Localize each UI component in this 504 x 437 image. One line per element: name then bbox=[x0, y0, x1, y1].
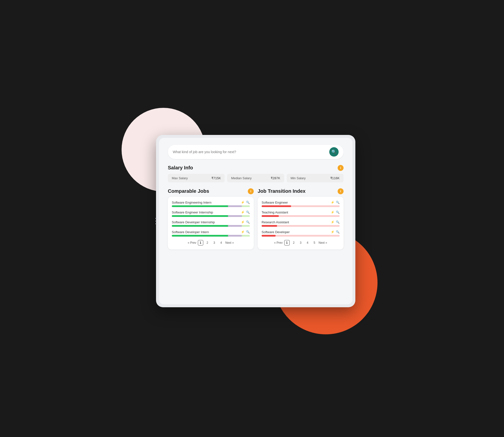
transition-pagination: « Prev 1 2 3 4 5 Next » bbox=[262, 240, 340, 245]
search-icon-2[interactable]: 🔍 bbox=[246, 220, 250, 224]
lightning-icon-3[interactable]: ⚡ bbox=[241, 230, 245, 234]
comparable-job-icons-3: ⚡ 🔍 bbox=[241, 230, 250, 234]
comparable-bar-track-0 bbox=[172, 205, 250, 207]
comparable-job-icons-0: ⚡ 🔍 bbox=[241, 201, 250, 204]
lightning-icon-2[interactable]: ⚡ bbox=[241, 220, 245, 224]
transition-bar-fill-0 bbox=[262, 205, 291, 207]
dot-2 bbox=[156, 220, 157, 222]
transition-bar-track-0 bbox=[262, 205, 340, 207]
job-transition-panel: Job Transition Index i Software Engineer… bbox=[258, 188, 344, 249]
transition-job-name-1: Teaching Assistant bbox=[262, 210, 288, 214]
transition-bar-track-1 bbox=[262, 215, 340, 217]
comparable-bar-end-3 bbox=[228, 235, 242, 237]
transition-lightning-icon-3[interactable]: ⚡ bbox=[331, 230, 334, 234]
comparable-job-name-0: Software Engineering Intern bbox=[172, 201, 211, 204]
median-salary-label: Median Salary bbox=[231, 176, 252, 180]
transition-page-4[interactable]: 4 bbox=[305, 240, 310, 245]
transition-page-3[interactable]: 3 bbox=[298, 240, 303, 245]
comparable-job-name-2: Software Developer Internship bbox=[172, 220, 215, 224]
comparable-jobs-info-icon[interactable]: i bbox=[248, 188, 254, 194]
max-salary-value: ₹715K bbox=[211, 176, 221, 180]
comparable-jobs-title: Comparable Jobs bbox=[168, 188, 209, 194]
comparable-job-row-1: Software Engineer Internship ⚡ 🔍 bbox=[172, 210, 250, 214]
comparable-page-4[interactable]: 4 bbox=[219, 240, 224, 245]
transition-search-icon-3[interactable]: 🔍 bbox=[336, 230, 340, 234]
transition-search-icon-1[interactable]: 🔍 bbox=[336, 210, 340, 214]
transition-job-item-1: Teaching Assistant ⚡ 🔍 bbox=[262, 210, 340, 217]
transition-page-2[interactable]: 2 bbox=[291, 240, 297, 245]
transition-job-name-2: Research Assistant bbox=[262, 220, 289, 224]
search-icon-0[interactable]: 🔍 bbox=[246, 201, 250, 204]
max-salary-label: Max Salary bbox=[172, 176, 188, 180]
comparable-job-item-2: Software Developer Internship ⚡ 🔍 bbox=[172, 220, 250, 227]
comparable-pagination: « Prev 1 2 3 4 Next » bbox=[172, 240, 250, 245]
transition-job-item-3: Software Developer ⚡ 🔍 bbox=[262, 230, 340, 237]
comparable-page-3[interactable]: 3 bbox=[212, 240, 217, 245]
job-transition-title: Job Transition Index bbox=[258, 188, 305, 194]
comparable-job-row-0: Software Engineering Intern ⚡ 🔍 bbox=[172, 201, 250, 204]
job-transition-info-icon[interactable]: i bbox=[338, 188, 344, 194]
comparable-bar-track-1 bbox=[172, 215, 250, 217]
scene: 🔍 Salary Info i Max Salary ₹715K Median … bbox=[141, 123, 363, 315]
search-button[interactable]: 🔍 bbox=[329, 147, 339, 157]
transition-job-row-2: Research Assistant ⚡ 🔍 bbox=[262, 220, 340, 224]
transition-search-icon-0[interactable]: 🔍 bbox=[336, 201, 340, 204]
transition-lightning-icon-0[interactable]: ⚡ bbox=[331, 201, 334, 204]
salary-info-icon[interactable]: i bbox=[338, 165, 344, 171]
transition-bar-fill-3 bbox=[262, 235, 276, 237]
transition-job-name-3: Software Developer bbox=[262, 230, 290, 234]
dot-1 bbox=[156, 218, 157, 219]
lightning-icon-1[interactable]: ⚡ bbox=[241, 210, 245, 214]
comparable-page-2[interactable]: 2 bbox=[205, 240, 210, 245]
transition-lightning-icon-1[interactable]: ⚡ bbox=[331, 210, 334, 214]
min-salary-value: ₹116K bbox=[330, 176, 340, 180]
search-icon-1[interactable]: 🔍 bbox=[246, 210, 250, 214]
dot-3 bbox=[156, 223, 157, 224]
comparable-next[interactable]: Next » bbox=[225, 241, 234, 244]
transition-search-icon-2[interactable]: 🔍 bbox=[336, 220, 340, 224]
job-transition-box: Software Engineer ⚡ 🔍 bbox=[258, 197, 344, 249]
median-salary-value: ₹287K bbox=[271, 176, 280, 180]
search-bar: 🔍 bbox=[168, 145, 344, 159]
lightning-icon-0[interactable]: ⚡ bbox=[241, 201, 245, 204]
search-icon-3[interactable]: 🔍 bbox=[246, 230, 250, 234]
max-salary-card: Max Salary ₹715K bbox=[168, 174, 225, 182]
transition-bar-track-3 bbox=[262, 235, 340, 237]
comparable-job-icons-1: ⚡ 🔍 bbox=[241, 210, 250, 214]
main-content: 🔍 Salary Info i Max Salary ₹715K Median … bbox=[159, 138, 352, 304]
tablet-frame: 🔍 Salary Info i Max Salary ₹715K Median … bbox=[156, 135, 355, 307]
transition-lightning-icon-2[interactable]: ⚡ bbox=[331, 220, 334, 224]
transition-page-1[interactable]: 1 bbox=[284, 240, 290, 245]
transition-bar-fill-1 bbox=[262, 215, 279, 217]
comparable-job-item-1: Software Engineer Internship ⚡ 🔍 bbox=[172, 210, 250, 217]
transition-job-row-3: Software Developer ⚡ 🔍 bbox=[262, 230, 340, 234]
side-dots bbox=[156, 218, 157, 224]
salary-cards: Max Salary ₹715K Median Salary ₹287K Min… bbox=[168, 174, 344, 182]
salary-header: Salary Info i bbox=[168, 165, 344, 171]
comparable-job-icons-2: ⚡ 🔍 bbox=[241, 220, 250, 224]
comparable-prev[interactable]: « Prev bbox=[188, 241, 196, 244]
tablet-inner: 🔍 Salary Info i Max Salary ₹715K Median … bbox=[159, 138, 352, 304]
panels: Comparable Jobs i Software Engineering I… bbox=[168, 188, 344, 249]
transition-bar-track-2 bbox=[262, 225, 340, 227]
search-icon: 🔍 bbox=[331, 149, 336, 154]
transition-job-icons-0: ⚡ 🔍 bbox=[331, 201, 340, 204]
comparable-bar-end-2 bbox=[228, 225, 242, 227]
transition-next[interactable]: Next » bbox=[319, 241, 327, 244]
transition-job-item-0: Software Engineer ⚡ 🔍 bbox=[262, 201, 340, 207]
comparable-job-item-3: Software Developer Intern ⚡ 🔍 bbox=[172, 230, 250, 237]
comparable-page-1[interactable]: 1 bbox=[198, 240, 203, 245]
transition-job-icons-1: ⚡ 🔍 bbox=[331, 210, 340, 214]
transition-page-5[interactable]: 5 bbox=[312, 240, 317, 245]
transition-prev[interactable]: « Prev bbox=[274, 241, 283, 244]
comparable-bar-track-3 bbox=[172, 235, 250, 237]
comparable-bar-end-1 bbox=[228, 215, 242, 217]
transition-job-icons-2: ⚡ 🔍 bbox=[331, 220, 340, 224]
median-salary-card: Median Salary ₹287K bbox=[227, 174, 284, 182]
search-input[interactable] bbox=[173, 150, 329, 154]
transition-job-row-0: Software Engineer ⚡ 🔍 bbox=[262, 201, 340, 204]
comparable-jobs-panel: Comparable Jobs i Software Engineering I… bbox=[168, 188, 254, 249]
comparable-bar-track-2 bbox=[172, 225, 250, 227]
comparable-jobs-box: Software Engineering Intern ⚡ 🔍 bbox=[168, 197, 254, 249]
transition-job-icons-3: ⚡ 🔍 bbox=[331, 230, 340, 234]
